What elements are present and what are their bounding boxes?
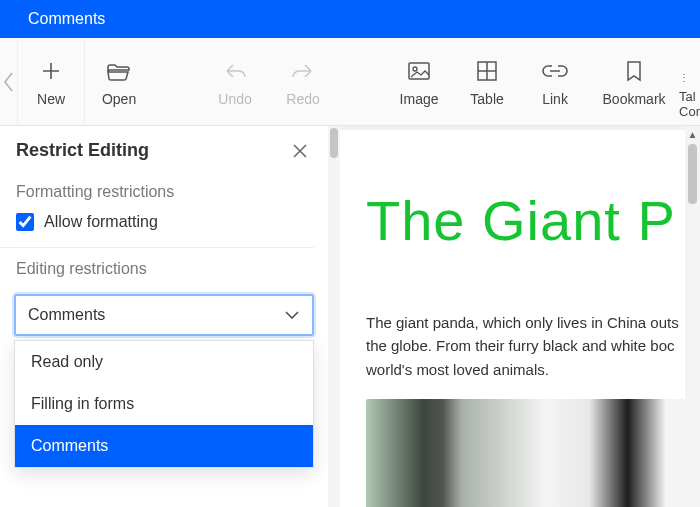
table-button[interactable]: Table <box>453 38 521 125</box>
bookmark-icon <box>625 57 643 85</box>
undo-button[interactable]: Undo <box>201 38 269 125</box>
close-icon[interactable] <box>292 143 308 159</box>
redo-icon <box>291 57 315 85</box>
link-icon <box>542 57 568 85</box>
editing-restrictions-dropdown: Read only Filling in forms Comments <box>14 340 314 468</box>
new-label: New <box>37 91 65 107</box>
bookmark-button[interactable]: Bookmark <box>589 38 679 125</box>
redo-button[interactable]: Redo <box>269 38 337 125</box>
open-label: Open <box>102 91 136 107</box>
panel-scrollbar[interactable] <box>328 126 340 507</box>
folder-open-icon <box>106 57 132 85</box>
overflow-label-2: Cor <box>679 104 700 119</box>
document-scrollbar[interactable]: ▲ <box>685 126 700 507</box>
option-comments[interactable]: Comments <box>15 425 313 467</box>
image-button[interactable]: Image <box>385 38 453 125</box>
select-value: Comments <box>28 306 105 324</box>
formatting-restrictions-label: Formatting restrictions <box>0 171 328 209</box>
scroll-up-icon[interactable]: ▲ <box>685 126 700 142</box>
undo-label: Undo <box>218 91 251 107</box>
table-icon <box>476 57 498 85</box>
option-filling-in-forms[interactable]: Filling in forms <box>15 383 313 425</box>
doc-image <box>366 399 685 507</box>
main-body: Restrict Editing Formatting restrictions… <box>0 126 700 507</box>
document-page[interactable]: The Giant P The giant panda, which only … <box>340 130 685 507</box>
editing-restrictions-select[interactable]: Comments <box>14 294 314 336</box>
plus-icon <box>40 57 62 85</box>
new-button[interactable]: New <box>17 38 85 125</box>
restrict-editing-panel: Restrict Editing Formatting restrictions… <box>0 126 328 507</box>
titlebar: Comments <box>0 0 700 38</box>
panel-scroll-thumb[interactable] <box>330 128 338 158</box>
redo-label: Redo <box>286 91 319 107</box>
chevron-down-icon <box>284 310 300 320</box>
document-scroll-thumb[interactable] <box>688 144 697 204</box>
document-area: The Giant P The giant panda, which only … <box>340 126 700 507</box>
undo-icon <box>223 57 247 85</box>
back-button[interactable] <box>0 38 17 125</box>
bookmark-label: Bookmark <box>603 91 666 107</box>
image-label: Image <box>400 91 439 107</box>
doc-paragraph: The giant panda, which only lives in Chi… <box>366 311 685 381</box>
overflow-label-1: Tal <box>679 89 696 104</box>
panel-title: Restrict Editing <box>16 140 149 161</box>
allow-formatting-row[interactable]: Allow formatting <box>0 209 314 248</box>
open-button[interactable]: Open <box>85 38 153 125</box>
toolbar-overflow[interactable]: ⋮ Tal Cor <box>679 38 700 125</box>
window-title: Comments <box>28 10 105 28</box>
editing-restrictions-label: Editing restrictions <box>0 248 328 286</box>
toolbar: New Open Undo Redo Image <box>0 38 700 126</box>
allow-formatting-checkbox[interactable] <box>16 213 34 231</box>
link-label: Link <box>542 91 568 107</box>
svg-point-1 <box>413 67 417 71</box>
allow-formatting-label: Allow formatting <box>44 213 158 231</box>
option-read-only[interactable]: Read only <box>15 341 313 383</box>
doc-heading: The Giant P <box>366 188 685 253</box>
link-button[interactable]: Link <box>521 38 589 125</box>
table-label: Table <box>470 91 503 107</box>
image-icon <box>407 57 431 85</box>
